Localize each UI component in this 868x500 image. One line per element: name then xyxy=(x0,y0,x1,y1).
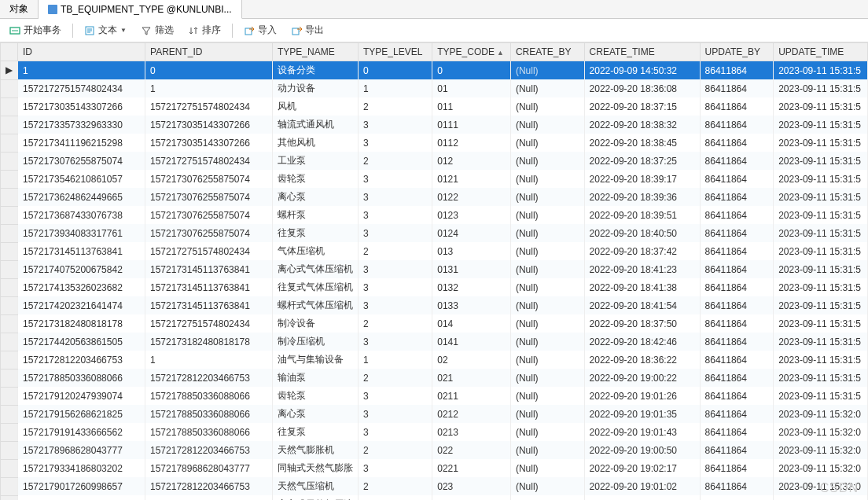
table-row[interactable]: 15721735462108610571572173076255875074齿轮… xyxy=(1,170,868,188)
table-row[interactable]: 15721791914336665621572178850336088066往复… xyxy=(1,423,868,441)
row-gutter[interactable] xyxy=(1,278,18,296)
cell-name[interactable]: 天然气压缩机 xyxy=(273,477,359,495)
row-gutter[interactable] xyxy=(1,152,18,170)
cell-parent[interactable]: 1 xyxy=(145,351,273,369)
cell-cby[interactable]: (Null) xyxy=(510,405,584,423)
cell-ctime[interactable]: 2022-09-20 18:38:45 xyxy=(584,134,700,152)
cell-utime[interactable]: 2023-09-11 15:31:5 xyxy=(774,116,868,134)
cell-utime[interactable]: 2023-09-11 15:31:5 xyxy=(774,224,868,242)
cell-uby[interactable]: 86411864 xyxy=(700,278,774,296)
cell-cby[interactable]: (Null) xyxy=(510,369,584,387)
cell-name[interactable]: 离心式天然气压缩 xyxy=(273,495,359,500)
col-header-code[interactable]: TYPE_CODE▲ xyxy=(432,43,511,61)
cell-ctime[interactable]: 2022-09-20 18:37:25 xyxy=(584,152,700,170)
table-row[interactable]: 15721736874330767381572173076255875074螺杆… xyxy=(1,206,868,224)
row-gutter[interactable] xyxy=(1,333,18,351)
cell-cby[interactable]: (Null) xyxy=(510,459,584,477)
table-row[interactable]: 15721744205638615051572173182480818178制冷… xyxy=(1,333,868,351)
cell-cby[interactable]: (Null) xyxy=(510,97,584,116)
cell-utime[interactable]: 2023-09-11 15:31:5 xyxy=(774,314,868,333)
cell-utime[interactable]: 2023-09-11 15:32:0 xyxy=(774,405,868,423)
cell-level[interactable]: 2 xyxy=(359,314,432,333)
row-gutter[interactable] xyxy=(1,116,18,134)
row-gutter[interactable] xyxy=(1,260,18,278)
cell-uby[interactable]: 86411864 xyxy=(700,152,774,170)
cell-cby[interactable]: (Null) xyxy=(510,224,584,242)
cell-ctime[interactable]: 2022-09-20 19:01:26 xyxy=(584,387,700,405)
cell-code[interactable]: 012 xyxy=(432,152,511,170)
col-header-updatetime[interactable]: UPDATE_TIME xyxy=(774,43,868,61)
cell-level[interactable]: 3 xyxy=(359,206,432,224)
cell-uby[interactable]: 86411864 xyxy=(700,495,774,500)
cell-parent[interactable]: 1572172751574802434 xyxy=(145,314,273,333)
cell-parent[interactable]: 1572173076255875074 xyxy=(145,224,273,242)
cell-ctime[interactable]: 2022-09-20 18:36:08 xyxy=(584,79,700,97)
cell-cby[interactable]: (Null) xyxy=(510,351,584,369)
cell-level[interactable]: 2 xyxy=(359,152,432,170)
cell-ctime[interactable]: 2022-09-20 18:38:32 xyxy=(584,116,700,134)
row-gutter[interactable]: ▶ xyxy=(1,61,18,80)
cell-code[interactable]: 0111 xyxy=(432,116,511,134)
cell-parent[interactable]: 1572173076255875074 xyxy=(145,188,273,206)
cell-code[interactable]: 014 xyxy=(432,314,511,333)
cell-cby[interactable]: (Null) xyxy=(510,61,584,80)
cell-uby[interactable]: 86411864 xyxy=(700,441,774,459)
cell-parent[interactable]: 1572173145113763841 xyxy=(145,260,273,278)
cell-ctime[interactable]: 2022-09-20 18:41:38 xyxy=(584,278,700,296)
row-gutter[interactable] xyxy=(1,459,18,477)
cell-ctime[interactable]: 2022-09-20 18:40:50 xyxy=(584,224,700,242)
cell-name[interactable]: 螺杆式气体压缩机 xyxy=(273,296,359,314)
row-gutter[interactable] xyxy=(1,206,18,224)
cell-uby[interactable]: 86411864 xyxy=(700,188,774,206)
table-row[interactable]: 15721741353260236821572173145113763841往复… xyxy=(1,278,868,296)
cell-utime[interactable]: 2023-09-11 15:31:5 xyxy=(774,278,868,296)
cell-ctime[interactable]: 2022-09-20 18:37:50 xyxy=(584,314,700,333)
cell-utime[interactable]: 2023-09-11 15:31:5 xyxy=(774,170,868,188)
cell-ctime[interactable]: 2022-09-20 19:01:35 xyxy=(584,405,700,423)
cell-id[interactable]: 1572173687433076738 xyxy=(18,206,145,224)
row-gutter[interactable] xyxy=(1,242,18,260)
cell-code[interactable]: 021 xyxy=(432,369,511,387)
cell-name[interactable]: 设备分类 xyxy=(273,61,359,80)
cell-code[interactable]: 0131 xyxy=(432,260,511,278)
cell-level[interactable]: 3 xyxy=(359,333,432,351)
cell-uby[interactable]: 86411864 xyxy=(700,296,774,314)
cell-cby[interactable]: (Null) xyxy=(510,206,584,224)
cell-code[interactable]: 0212 xyxy=(432,405,511,423)
cell-parent[interactable]: 1572178850336088066 xyxy=(145,387,273,405)
cell-id[interactable]: 1572179120247939074 xyxy=(18,387,145,405)
table-row[interactable]: 15721740752006758421572173145113763841离心… xyxy=(1,260,868,278)
table-row[interactable]: 15721734111962152981572173035143307266其他… xyxy=(1,134,868,152)
cell-parent[interactable]: 1572178850336088066 xyxy=(145,405,273,423)
cell-uby[interactable]: 86411864 xyxy=(700,260,774,278)
cell-level[interactable]: 3 xyxy=(359,459,432,477)
cell-ctime[interactable]: 2022-09-20 18:37:15 xyxy=(584,97,700,116)
table-row[interactable]: 15721791202479390741572178850336088066齿轮… xyxy=(1,387,868,405)
cell-name[interactable]: 油气与集输设备 xyxy=(273,351,359,369)
row-gutter[interactable] xyxy=(1,170,18,188)
cell-name[interactable]: 齿轮泵 xyxy=(273,170,359,188)
cell-code[interactable]: 02 xyxy=(432,351,511,369)
cell-cby[interactable]: (Null) xyxy=(510,152,584,170)
cell-parent[interactable]: 1572173076255875074 xyxy=(145,206,273,224)
cell-utime[interactable]: 2023-09-11 15:31:5 xyxy=(774,260,868,278)
table-row[interactable]: 15721788503360880661572172812203466753输油… xyxy=(1,369,868,387)
cell-level[interactable]: 2 xyxy=(359,97,432,116)
cell-level[interactable]: 3 xyxy=(359,116,432,134)
cell-level[interactable]: 3 xyxy=(359,224,432,242)
cell-parent[interactable]: 1572173035143307266 xyxy=(145,116,273,134)
cell-cby[interactable]: (Null) xyxy=(510,333,584,351)
table-row[interactable]: 15721793341868032021572178968628043777同轴… xyxy=(1,459,868,477)
cell-uby[interactable]: 86411864 xyxy=(700,79,774,97)
cell-level[interactable]: 2 xyxy=(359,441,432,459)
cell-id[interactable]: 1572174202321641474 xyxy=(18,296,145,314)
cell-utime[interactable]: 2023-09-11 15:31:5 xyxy=(774,387,868,405)
cell-parent[interactable]: 1572178850336088066 xyxy=(145,423,273,441)
cell-ctime[interactable]: 2022-09-20 18:39:36 xyxy=(584,188,700,206)
cell-uby[interactable]: 86411864 xyxy=(700,224,774,242)
col-header-updateby[interactable]: UPDATE_BY xyxy=(700,43,774,61)
row-gutter[interactable] xyxy=(1,314,18,333)
cell-id[interactable]: 1572172812203466753 xyxy=(18,351,145,369)
cell-id[interactable]: 1572173934083317761 xyxy=(18,224,145,242)
cell-parent[interactable]: 1572172751574802434 xyxy=(145,97,273,116)
